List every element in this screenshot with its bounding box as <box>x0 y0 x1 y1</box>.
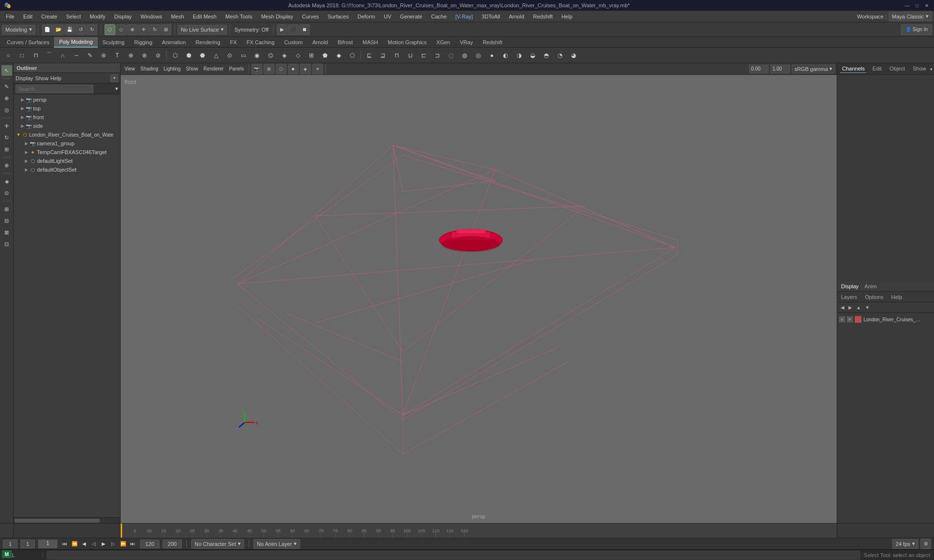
poly-helix-icon-btn[interactable]: ⊞ <box>305 49 318 62</box>
cube-icon-btn[interactable]: □ <box>16 49 28 62</box>
outliner-scrollbar[interactable] <box>14 517 120 523</box>
expand-top[interactable]: ▶ <box>19 105 25 111</box>
poly-sphere-icon-btn[interactable]: ⬡ <box>169 49 181 62</box>
expand-front[interactable]: ▶ <box>19 114 25 120</box>
tab-rigging[interactable]: Rigging <box>129 37 157 48</box>
expand-side[interactable]: ▶ <box>19 123 25 129</box>
icon-set2-button[interactable]: ⊟ <box>1 215 12 226</box>
curve-icon-btn[interactable]: ⌒ <box>43 49 55 62</box>
menu-surfaces[interactable]: Surfaces <box>324 13 353 20</box>
camera-button[interactable]: ◎ <box>1 105 12 115</box>
menu-vray[interactable]: [V-Ray] <box>451 13 477 20</box>
move-tool-button[interactable]: ✛ <box>1 121 12 131</box>
poly-torus-icon-btn[interactable]: ⊙ <box>223 49 236 62</box>
tree-item-side[interactable]: ▶ 📷 side <box>14 122 120 130</box>
rp-tab-edit[interactable]: Edit <box>870 65 883 73</box>
sculpt10-icon-btn[interactable]: ● <box>485 49 498 62</box>
poly-pipe-icon-btn[interactable]: ⌬ <box>264 49 277 62</box>
tree-item-lightset[interactable]: ▶ ⬡ defaultLightSet <box>14 157 120 165</box>
icon-set1-button[interactable]: ⊞ <box>1 204 12 214</box>
sculpt13-icon-btn[interactable]: ◒ <box>526 49 539 62</box>
expand-tempcam[interactable]: ▶ <box>23 149 29 155</box>
menu-mesh[interactable]: Mesh <box>167 13 188 20</box>
cylinder-icon-btn[interactable]: ⊓ <box>29 49 42 62</box>
pencil-icon-btn[interactable]: ✎ <box>84 49 96 62</box>
new-file-button[interactable]: 📄 <box>42 24 53 35</box>
no-live-surface-dropdown[interactable]: No Live Surface ▾ <box>178 25 227 35</box>
expand-objectset[interactable]: ▶ <box>23 167 29 173</box>
lasso-button[interactable]: ◇ <box>116 24 126 35</box>
tab-custom[interactable]: Custom <box>279 37 307 48</box>
tool1-icon-btn[interactable]: ⊕ <box>125 49 137 62</box>
tool3-icon-btn[interactable]: ⊘ <box>152 49 164 62</box>
poly-cone-icon-btn[interactable]: △ <box>210 49 222 62</box>
show-manip-button[interactable]: ⊗ <box>1 160 12 171</box>
outliner-help-menu[interactable]: Help <box>51 75 62 81</box>
poly-cyl-icon-btn[interactable]: ⬣ <box>196 49 209 62</box>
tree-item-top[interactable]: ▶ 📷 top <box>14 104 120 113</box>
tab-fx[interactable]: FX <box>225 37 242 48</box>
sculpt3-icon-btn[interactable]: ⊓ <box>390 49 403 62</box>
stop-render-button[interactable]: ⏹ <box>299 24 310 35</box>
workspace-dropdown[interactable]: Maya Classic ▾ <box>889 12 932 21</box>
sculpt15-icon-btn[interactable]: ◔ <box>554 49 566 62</box>
select-tool-button[interactable]: ⬡ <box>105 24 115 35</box>
vp-renderer-menu[interactable]: Renderer <box>201 66 226 72</box>
select-mode-button[interactable]: ↖ <box>1 65 12 76</box>
menu-modify[interactable]: Modify <box>86 13 109 20</box>
tab-redshift[interactable]: Redshift <box>478 37 507 48</box>
open-file-button[interactable]: 📂 <box>53 24 64 35</box>
sculpt2-icon-btn[interactable]: ⊒ <box>377 49 389 62</box>
sculpt11-icon-btn[interactable]: ◐ <box>499 49 512 62</box>
tab-motion-graphics[interactable]: Motion Graphics <box>383 37 431 48</box>
tree-item-tempcam[interactable]: ▶ ✦ TempCamFBXASC046Target <box>14 148 120 157</box>
frame-start-input[interactable] <box>3 540 18 548</box>
rp-help-label[interactable]: Help <box>889 294 904 300</box>
poly-plane-icon-btn[interactable]: ▭ <box>237 49 250 62</box>
step-forward-button[interactable]: ⏩ <box>119 540 127 548</box>
layer-color-swatch[interactable] <box>855 316 862 323</box>
move-button[interactable]: ✛ <box>138 24 149 35</box>
expand-persp[interactable]: ▶ <box>19 97 25 103</box>
character-set-dropdown[interactable]: No Character Set ▾ <box>191 539 244 549</box>
close-button[interactable]: ✕ <box>923 2 930 9</box>
tab-xgen[interactable]: XGen <box>431 37 455 48</box>
render-button[interactable]: ▶ <box>277 24 287 35</box>
menu-file[interactable]: File <box>2 13 18 20</box>
rotate-button[interactable]: ↻ <box>149 24 160 35</box>
expand-london[interactable]: ▼ <box>16 132 21 138</box>
vp-panels-menu[interactable]: Panels <box>227 66 246 72</box>
rp-options-label[interactable]: Options <box>863 294 885 300</box>
region-button[interactable]: ⊙ <box>1 188 12 198</box>
expand-lightset[interactable]: ▶ <box>23 158 29 164</box>
sculpt16-icon-btn[interactable]: ◕ <box>567 49 580 62</box>
viewport-canvas[interactable]: X Y Z front persp <box>121 75 837 523</box>
sculpt1-icon-btn[interactable]: ⊑ <box>363 49 376 62</box>
poly-svgr-icon-btn[interactable]: ⬠ <box>346 49 359 62</box>
maximize-button[interactable]: □ <box>914 2 920 9</box>
menu-edit[interactable]: Edit <box>19 13 36 20</box>
tree-item-london[interactable]: ▼ ⬡ London_River_Cruises_Boat_on_Wate <box>14 130 120 139</box>
vp-view-menu[interactable]: View <box>123 66 137 72</box>
menu-curves[interactable]: Curves <box>298 13 323 20</box>
menu-create[interactable]: Create <box>37 13 61 20</box>
settings-button[interactable]: ⚙ <box>920 539 931 549</box>
text-icon-btn[interactable]: T <box>111 49 124 62</box>
sculpt5-icon-btn[interactable]: ⊏ <box>417 49 430 62</box>
tab-sculpting[interactable]: Sculpting <box>98 37 129 48</box>
minimize-button[interactable]: — <box>904 2 911 9</box>
icon-set3-button[interactable]: ⊠ <box>1 227 12 238</box>
ipr-button[interactable]: ⬛ <box>288 24 299 35</box>
tree-item-front[interactable]: ▶ 📷 front <box>14 113 120 122</box>
menu-display[interactable]: Display <box>110 13 136 20</box>
next-frame-button[interactable]: ▷ <box>109 540 118 548</box>
fps-dropdown[interactable]: 24 fps ▾ <box>892 539 918 549</box>
paint-button[interactable]: ⊕ <box>127 24 138 35</box>
vp-light-button[interactable]: ☀ <box>312 64 323 74</box>
anim-end-input[interactable] <box>140 540 160 548</box>
poly-platonic-icon-btn[interactable]: ◆ <box>332 49 345 62</box>
poly-pyramid-icon-btn[interactable]: ◇ <box>291 49 304 62</box>
vp-grid-button[interactable]: ⊞ <box>264 64 274 74</box>
rp-layers-label[interactable]: Layers <box>839 294 859 300</box>
redo-button[interactable]: ↻ <box>87 24 97 35</box>
